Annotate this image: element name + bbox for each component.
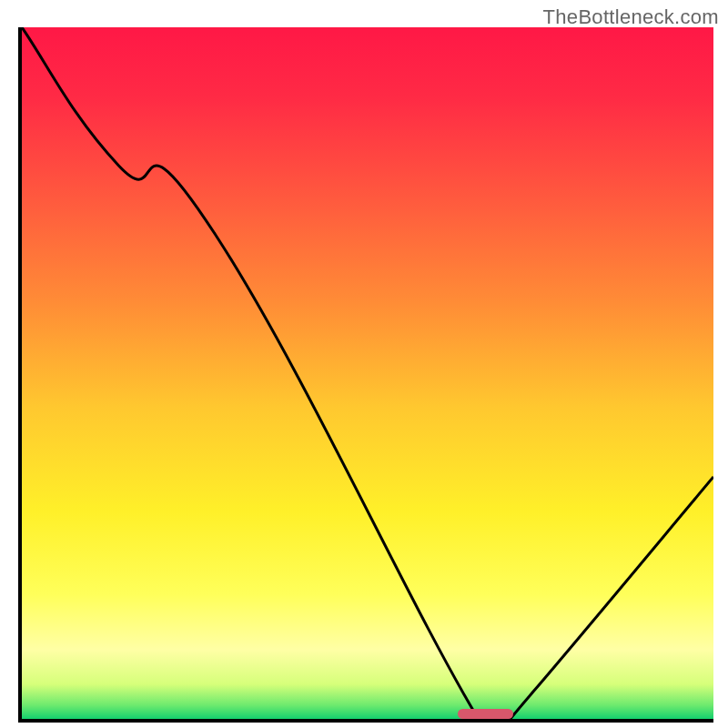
bottleneck-curve <box>22 27 713 719</box>
plot-area <box>18 27 713 723</box>
chart-container: TheBottleneck.com <box>0 0 728 728</box>
optimal-marker <box>458 709 513 719</box>
watermark-label: TheBottleneck.com <box>543 5 719 29</box>
